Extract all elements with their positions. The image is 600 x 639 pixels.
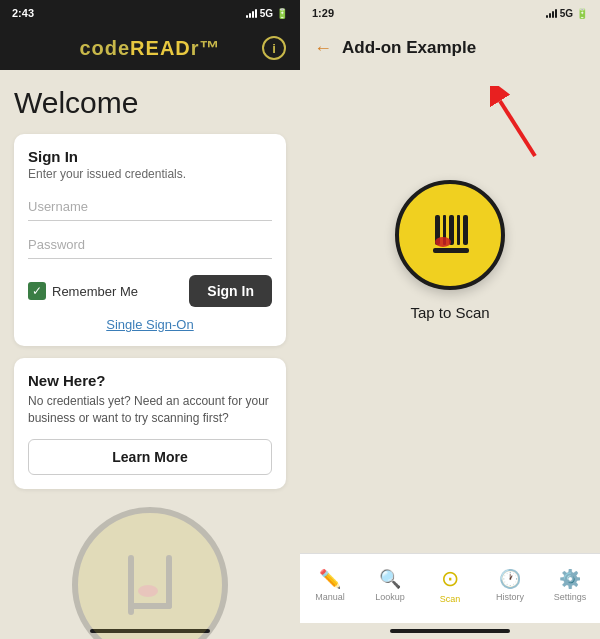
svg-rect-12	[433, 248, 469, 253]
nav-scan[interactable]: ⊙ Scan	[420, 566, 480, 604]
right-content: Tap to Scan	[300, 70, 600, 553]
logo-r: r™	[191, 37, 221, 59]
left-panel: 2:43 5G 🔋 codeREADr™ i Welcome Sign In E…	[0, 0, 300, 639]
svg-point-4	[138, 585, 158, 597]
nav-scan-label: Scan	[440, 594, 461, 604]
svg-point-13	[435, 237, 451, 247]
tap-to-scan-label: Tap to Scan	[410, 304, 489, 321]
logo-read: READ	[130, 37, 191, 59]
sso-link[interactable]: Single Sign-On	[28, 317, 272, 332]
bottom-nav: ✏️ Manual 🔍 Lookup ⊙ Scan 🕐 History ⚙️ S…	[300, 553, 600, 623]
nav-history[interactable]: 🕐 History	[480, 568, 540, 602]
nav-history-label: History	[496, 592, 524, 602]
red-arrow-indicator	[490, 86, 550, 170]
history-icon: 🕐	[499, 568, 521, 590]
nav-lookup[interactable]: 🔍 Lookup	[360, 568, 420, 602]
signin-card: Sign In Enter your issued credentials. ✓…	[14, 134, 286, 346]
back-button[interactable]: ←	[314, 38, 332, 59]
svg-point-0	[75, 510, 225, 639]
manual-icon: ✏️	[319, 568, 341, 590]
right-home-indicator	[390, 629, 510, 633]
logo-code: code	[79, 37, 130, 59]
right-status-bar: 1:29 5G 🔋	[300, 0, 600, 26]
network-label: 5G	[260, 8, 273, 19]
svg-rect-10	[457, 215, 460, 245]
nav-manual[interactable]: ✏️ Manual	[300, 568, 360, 602]
nav-settings-label: Settings	[554, 592, 587, 602]
settings-icon: ⚙️	[559, 568, 581, 590]
sign-in-button[interactable]: Sign In	[189, 275, 272, 307]
lookup-icon: 🔍	[379, 568, 401, 590]
battery-icon: 🔋	[276, 8, 288, 19]
info-icon: i	[272, 41, 276, 56]
learn-more-button[interactable]: Learn More	[28, 439, 272, 475]
remember-me-label: Remember Me	[52, 284, 138, 299]
right-battery-icon: 🔋	[576, 8, 588, 19]
left-header: codeREADr™ i	[0, 26, 300, 70]
right-signal-bars	[546, 8, 557, 18]
left-status-bar: 2:43 5G 🔋	[0, 0, 300, 26]
right-header: ← Add-on Example	[300, 26, 600, 70]
remember-me-checkbox[interactable]: ✓	[28, 282, 46, 300]
svg-rect-2	[128, 603, 172, 609]
watermark	[70, 505, 230, 639]
right-panel: 1:29 5G 🔋 ← Add-on Example	[300, 0, 600, 639]
svg-rect-3	[166, 555, 172, 609]
username-input[interactable]	[28, 193, 272, 221]
info-button[interactable]: i	[262, 36, 286, 60]
svg-rect-11	[463, 215, 468, 245]
tap-to-scan-button[interactable]	[395, 180, 505, 290]
left-status-icons: 5G 🔋	[246, 8, 288, 19]
signal-bars-icon	[246, 8, 257, 18]
new-here-title: New Here?	[28, 372, 272, 389]
signin-title: Sign In	[28, 148, 272, 165]
page-title: Add-on Example	[342, 38, 476, 58]
left-time: 2:43	[12, 7, 34, 19]
nav-manual-label: Manual	[315, 592, 345, 602]
nav-settings[interactable]: ⚙️ Settings	[540, 568, 600, 602]
svg-line-6	[500, 101, 535, 156]
right-time: 1:29	[312, 7, 334, 19]
password-input[interactable]	[28, 231, 272, 259]
right-status-icons: 5G 🔋	[546, 8, 588, 19]
remember-row: ✓ Remember Me Sign In	[28, 275, 272, 307]
signin-subtitle: Enter your issued credentials.	[28, 167, 272, 181]
scan-icon: ⊙	[441, 566, 459, 592]
new-here-text: No credentials yet? Need an account for …	[28, 393, 272, 427]
nav-lookup-label: Lookup	[375, 592, 405, 602]
remember-left: ✓ Remember Me	[28, 282, 138, 300]
welcome-title: Welcome	[14, 86, 286, 120]
new-here-card: New Here? No credentials yet? Need an ac…	[14, 358, 286, 489]
right-network-label: 5G	[560, 8, 573, 19]
app-logo: codeREADr™	[79, 37, 220, 60]
